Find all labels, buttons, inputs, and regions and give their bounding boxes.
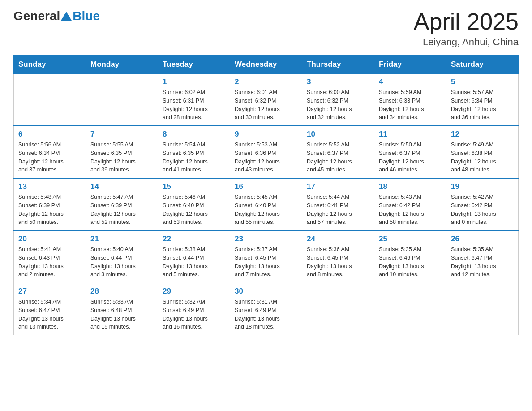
day-number: 15 <box>163 182 225 191</box>
day-info: Sunrise: 5:38 AM Sunset: 6:44 PM Dayligh… <box>163 245 225 279</box>
day-info: Sunrise: 5:45 AM Sunset: 6:40 PM Dayligh… <box>235 193 297 227</box>
calendar-cell <box>14 74 86 126</box>
day-info: Sunrise: 5:46 AM Sunset: 6:40 PM Dayligh… <box>163 193 225 227</box>
day-number: 11 <box>379 130 442 139</box>
calendar-cell <box>302 283 374 335</box>
day-number: 29 <box>163 287 225 296</box>
logo-blue-text: Blue <box>73 9 100 23</box>
day-number: 30 <box>235 287 297 296</box>
calendar-cell: 14Sunrise: 5:47 AM Sunset: 6:39 PM Dayli… <box>86 178 158 231</box>
calendar-cell: 18Sunrise: 5:43 AM Sunset: 6:42 PM Dayli… <box>374 178 446 231</box>
calendar-cell: 30Sunrise: 5:31 AM Sunset: 6:49 PM Dayli… <box>230 283 302 335</box>
day-number: 23 <box>235 235 297 244</box>
weekday-header-saturday: Saturday <box>446 56 519 74</box>
calendar-cell: 12Sunrise: 5:49 AM Sunset: 6:38 PM Dayli… <box>446 126 519 178</box>
calendar-cell: 19Sunrise: 5:42 AM Sunset: 6:42 PM Dayli… <box>446 178 519 231</box>
calendar-week-row: 6Sunrise: 5:56 AM Sunset: 6:34 PM Daylig… <box>14 126 519 178</box>
day-info: Sunrise: 5:41 AM Sunset: 6:43 PM Dayligh… <box>18 245 81 279</box>
calendar-cell: 27Sunrise: 5:34 AM Sunset: 6:47 PM Dayli… <box>14 283 86 335</box>
day-number: 24 <box>307 235 369 244</box>
day-number: 28 <box>90 287 153 296</box>
weekday-header-tuesday: Tuesday <box>158 56 230 74</box>
calendar-cell: 20Sunrise: 5:41 AM Sunset: 6:43 PM Dayli… <box>14 231 86 283</box>
day-number: 1 <box>163 77 225 86</box>
calendar-cell: 17Sunrise: 5:44 AM Sunset: 6:41 PM Dayli… <box>302 178 374 231</box>
calendar-cell: 8Sunrise: 5:54 AM Sunset: 6:35 PM Daylig… <box>158 126 230 178</box>
day-number: 12 <box>451 130 514 139</box>
location-subtitle: Leiyang, Anhui, China <box>414 36 519 48</box>
weekday-header-friday: Friday <box>374 56 446 74</box>
day-info: Sunrise: 6:01 AM Sunset: 6:32 PM Dayligh… <box>235 88 297 122</box>
calendar-cell: 25Sunrise: 5:35 AM Sunset: 6:46 PM Dayli… <box>374 231 446 283</box>
calendar-cell: 23Sunrise: 5:37 AM Sunset: 6:45 PM Dayli… <box>230 231 302 283</box>
day-number: 25 <box>379 235 442 244</box>
day-number: 9 <box>235 130 297 139</box>
day-info: Sunrise: 5:42 AM Sunset: 6:42 PM Dayligh… <box>451 193 514 227</box>
day-number: 6 <box>18 130 81 139</box>
day-number: 10 <box>307 130 369 139</box>
day-number: 2 <box>235 77 297 86</box>
weekday-header-sunday: Sunday <box>14 56 86 74</box>
day-info: Sunrise: 5:35 AM Sunset: 6:47 PM Dayligh… <box>451 245 514 279</box>
day-number: 8 <box>163 130 225 139</box>
day-number: 22 <box>163 235 225 244</box>
calendar-cell: 3Sunrise: 6:00 AM Sunset: 6:32 PM Daylig… <box>302 74 374 126</box>
logo-triangle-icon <box>61 12 72 21</box>
calendar-cell: 10Sunrise: 5:52 AM Sunset: 6:37 PM Dayli… <box>302 126 374 178</box>
day-info: Sunrise: 5:44 AM Sunset: 6:41 PM Dayligh… <box>307 193 369 227</box>
page-header: General Blue April 2025 Leiyang, Anhui, … <box>13 9 519 48</box>
day-info: Sunrise: 5:53 AM Sunset: 6:36 PM Dayligh… <box>235 141 297 174</box>
day-number: 16 <box>235 182 297 191</box>
day-number: 20 <box>18 235 81 244</box>
day-number: 21 <box>90 235 153 244</box>
title-block: April 2025 Leiyang, Anhui, China <box>414 9 519 48</box>
day-info: Sunrise: 6:00 AM Sunset: 6:32 PM Dayligh… <box>307 88 369 122</box>
day-info: Sunrise: 5:57 AM Sunset: 6:34 PM Dayligh… <box>451 88 514 122</box>
calendar-cell: 13Sunrise: 5:48 AM Sunset: 6:39 PM Dayli… <box>14 178 86 231</box>
calendar-cell: 24Sunrise: 5:36 AM Sunset: 6:45 PM Dayli… <box>302 231 374 283</box>
day-info: Sunrise: 5:49 AM Sunset: 6:38 PM Dayligh… <box>451 141 514 174</box>
weekday-header-wednesday: Wednesday <box>230 56 302 74</box>
month-year-title: April 2025 <box>414 9 519 34</box>
day-info: Sunrise: 5:35 AM Sunset: 6:46 PM Dayligh… <box>379 245 442 279</box>
day-info: Sunrise: 5:50 AM Sunset: 6:37 PM Dayligh… <box>379 141 442 174</box>
day-info: Sunrise: 5:43 AM Sunset: 6:42 PM Dayligh… <box>379 193 442 227</box>
day-info: Sunrise: 5:31 AM Sunset: 6:49 PM Dayligh… <box>235 298 297 331</box>
day-info: Sunrise: 5:52 AM Sunset: 6:37 PM Dayligh… <box>307 141 369 174</box>
day-info: Sunrise: 5:36 AM Sunset: 6:45 PM Dayligh… <box>307 245 369 279</box>
calendar-week-row: 13Sunrise: 5:48 AM Sunset: 6:39 PM Dayli… <box>14 178 519 231</box>
calendar-week-row: 20Sunrise: 5:41 AM Sunset: 6:43 PM Dayli… <box>14 231 519 283</box>
calendar-cell: 6Sunrise: 5:56 AM Sunset: 6:34 PM Daylig… <box>14 126 86 178</box>
day-info: Sunrise: 5:56 AM Sunset: 6:34 PM Dayligh… <box>18 141 81 174</box>
day-info: Sunrise: 5:33 AM Sunset: 6:48 PM Dayligh… <box>90 298 153 331</box>
day-number: 4 <box>379 77 442 86</box>
day-number: 26 <box>451 235 514 244</box>
calendar-cell: 28Sunrise: 5:33 AM Sunset: 6:48 PM Dayli… <box>86 283 158 335</box>
calendar-cell: 15Sunrise: 5:46 AM Sunset: 6:40 PM Dayli… <box>158 178 230 231</box>
calendar-cell: 5Sunrise: 5:57 AM Sunset: 6:34 PM Daylig… <box>446 74 519 126</box>
day-info: Sunrise: 6:02 AM Sunset: 6:31 PM Dayligh… <box>163 88 225 122</box>
day-info: Sunrise: 5:59 AM Sunset: 6:33 PM Dayligh… <box>379 88 442 122</box>
calendar-table: SundayMondayTuesdayWednesdayThursdayFrid… <box>13 55 519 335</box>
calendar-cell: 16Sunrise: 5:45 AM Sunset: 6:40 PM Dayli… <box>230 178 302 231</box>
calendar-cell <box>86 74 158 126</box>
calendar-header-row: SundayMondayTuesdayWednesdayThursdayFrid… <box>14 56 519 74</box>
day-info: Sunrise: 5:32 AM Sunset: 6:49 PM Dayligh… <box>163 298 225 331</box>
calendar-cell: 11Sunrise: 5:50 AM Sunset: 6:37 PM Dayli… <box>374 126 446 178</box>
day-number: 17 <box>307 182 369 191</box>
calendar-cell: 9Sunrise: 5:53 AM Sunset: 6:36 PM Daylig… <box>230 126 302 178</box>
day-number: 18 <box>379 182 442 191</box>
day-info: Sunrise: 5:48 AM Sunset: 6:39 PM Dayligh… <box>18 193 81 227</box>
day-number: 14 <box>90 182 153 191</box>
day-number: 7 <box>90 130 153 139</box>
day-info: Sunrise: 5:37 AM Sunset: 6:45 PM Dayligh… <box>235 245 297 279</box>
day-info: Sunrise: 5:55 AM Sunset: 6:35 PM Dayligh… <box>90 141 153 174</box>
day-info: Sunrise: 5:54 AM Sunset: 6:35 PM Dayligh… <box>163 141 225 174</box>
calendar-cell: 2Sunrise: 6:01 AM Sunset: 6:32 PM Daylig… <box>230 74 302 126</box>
day-number: 3 <box>307 77 369 86</box>
day-number: 13 <box>18 182 81 191</box>
calendar-cell: 26Sunrise: 5:35 AM Sunset: 6:47 PM Dayli… <box>446 231 519 283</box>
calendar-cell: 21Sunrise: 5:40 AM Sunset: 6:44 PM Dayli… <box>86 231 158 283</box>
calendar-cell: 29Sunrise: 5:32 AM Sunset: 6:49 PM Dayli… <box>158 283 230 335</box>
calendar-cell: 22Sunrise: 5:38 AM Sunset: 6:44 PM Dayli… <box>158 231 230 283</box>
